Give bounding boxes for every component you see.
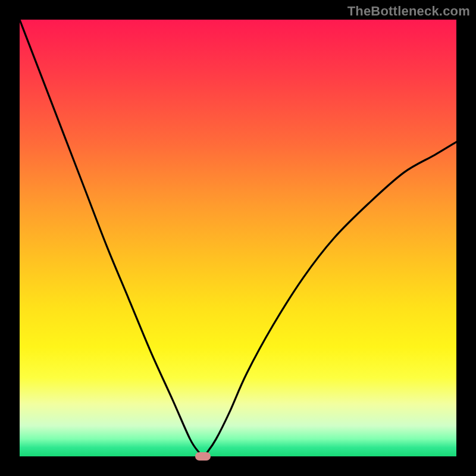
bottleneck-curve (20, 20, 456, 456)
optimum-marker (195, 452, 211, 461)
watermark-text: TheBottleneck.com (347, 4, 470, 19)
plot-area (20, 20, 456, 456)
curve-path (20, 20, 456, 456)
chart-frame: TheBottleneck.com (0, 0, 476, 476)
